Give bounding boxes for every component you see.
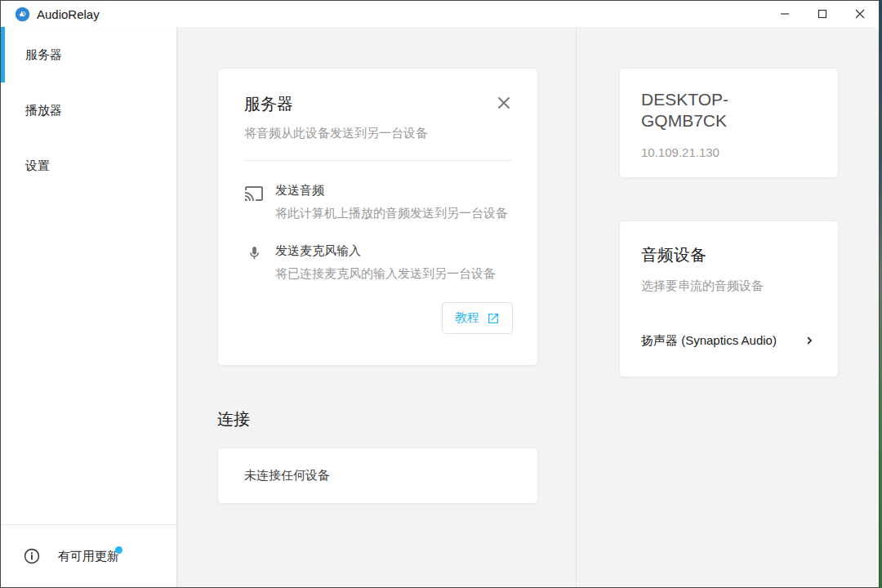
tutorial-button-label: 教程	[455, 310, 479, 326]
right-panel: DESKTOP-GQMB7CK 10.109.21.130 音频设备 选择要串流…	[577, 27, 879, 587]
main-content: 服务器 将音频从此设备发送到另一台设备 发送音频 将此计算机上	[177, 27, 577, 587]
sidebar-item-player[interactable]: 播放器	[1, 82, 176, 138]
sidebar-item-settings[interactable]: 设置	[1, 138, 176, 194]
minimize-button[interactable]	[766, 1, 804, 27]
app-window: AudioRelay 服务器 播放器 设置	[0, 0, 880, 588]
feature-title: 发送麦克风输入	[275, 243, 496, 259]
close-window-button[interactable]	[841, 1, 879, 27]
divider	[244, 160, 513, 161]
external-link-icon	[487, 312, 500, 325]
close-icon	[855, 9, 865, 19]
feature-title: 发送音频	[275, 183, 508, 198]
feature-send-microphone: 发送麦克风输入 将已连接麦克风的输入发送到另一台设备	[244, 243, 513, 282]
sidebar: 服务器 播放器 设置 有可用更新	[1, 27, 177, 587]
sidebar-item-label: 服务器	[25, 47, 62, 63]
host-device-card: DESKTOP-GQMB7CK 10.109.21.130	[619, 68, 839, 178]
sidebar-item-label: 播放器	[25, 103, 62, 118]
host-device-ip: 10.109.21.130	[641, 145, 817, 159]
server-card-subtitle: 将音频从此设备发送到另一台设备	[244, 126, 513, 141]
connections-card: 未连接任何设备	[217, 448, 538, 504]
microphone-icon	[244, 244, 264, 282]
chevron-right-icon	[802, 332, 818, 349]
audio-devices-title: 音频设备	[641, 244, 818, 266]
maximize-button[interactable]	[804, 1, 841, 27]
minimize-icon	[780, 9, 790, 19]
maximize-icon	[817, 9, 827, 19]
host-device-name: DESKTOP-GQMB7CK	[641, 89, 796, 131]
update-notice-label: 有可用更新	[58, 549, 119, 564]
window-controls	[766, 1, 879, 27]
update-badge-dot	[115, 546, 122, 554]
update-notice-row[interactable]: 有可用更新	[1, 524, 176, 587]
close-icon	[497, 96, 511, 110]
audio-device-selector[interactable]: 扬声器 (Synaptics Audio)	[641, 332, 818, 349]
titlebar: AudioRelay	[1, 1, 879, 27]
feature-description: 将此计算机上播放的音频发送到另一台设备	[275, 206, 508, 221]
info-icon	[23, 547, 41, 565]
cast-icon	[244, 184, 264, 221]
audio-devices-subtitle: 选择要串流的音频设备	[641, 278, 818, 294]
server-card-title: 服务器	[244, 93, 293, 115]
feature-description: 将已连接麦克风的输入发送到另一台设备	[275, 266, 496, 282]
audio-devices-card: 音频设备 选择要串流的音频设备 扬声器 (Synaptics Audio)	[619, 220, 839, 377]
sidebar-item-label: 设置	[25, 158, 50, 174]
sidebar-item-server[interactable]: 服务器	[1, 27, 176, 82]
server-card-close-button[interactable]	[497, 96, 511, 110]
selected-audio-device-label: 扬声器 (Synaptics Audio)	[641, 333, 777, 349]
tutorial-button[interactable]: 教程	[442, 302, 513, 334]
connections-heading: 连接	[217, 408, 536, 430]
connections-empty-message: 未连接任何设备	[244, 468, 330, 483]
feature-send-audio: 发送音频 将此计算机上播放的音频发送到另一台设备	[244, 183, 513, 221]
app-title: AudioRelay	[37, 7, 766, 21]
server-card: 服务器 将音频从此设备发送到另一台设备 发送音频 将此计算机上	[217, 68, 538, 366]
audiorelay-logo-icon	[15, 7, 30, 22]
